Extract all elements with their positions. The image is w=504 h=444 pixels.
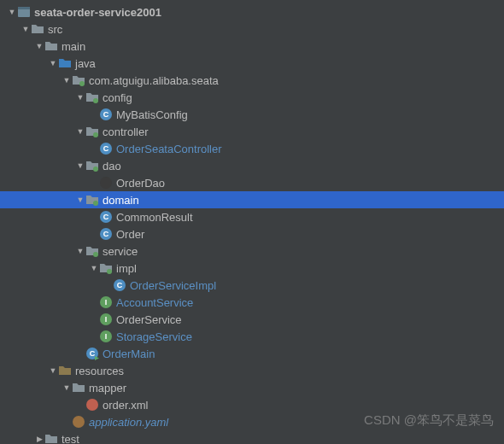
folder-icon [31,22,44,36]
package-icon [72,73,85,87]
folder-icon [44,39,58,53]
svg-point-3 [93,98,98,103]
tree-item-seata-order-service2001[interactable]: seata-order-service2001 [0,3,504,20]
runnable-icon: C [85,347,99,360]
svg-text:C: C [103,213,109,221]
tree-item-orderseatacontroller[interactable]: COrderSeataController [0,140,504,157]
svg-text:I: I [105,332,108,341]
tree-item-impl[interactable]: impl [0,260,504,277]
class-icon: C [113,278,126,292]
tree-item-config[interactable]: config [0,89,504,106]
svg-text:C: C [90,349,96,358]
csdn-watermark: CSDN @笨鸟不是菜鸟 [364,412,494,429]
folder-icon [72,381,85,394]
package-icon [99,261,113,275]
expand-arrow[interactable] [34,42,44,50]
project-tree: seata-order-service2001srcmainjavacom.at… [0,0,504,444]
class-icon: C [99,210,113,224]
expand-arrow[interactable] [62,383,72,392]
package-icon [85,125,99,138]
tree-item-ordermain[interactable]: COrderMain [0,345,504,362]
svg-text:C: C [103,230,109,238]
tree-label: seata-order-service2001 [34,6,161,19]
tree-label: main [62,40,85,53]
tree-label: order.xml [103,399,148,412]
expand-arrow[interactable] [75,127,85,136]
module-icon [17,5,31,19]
tree-item-resources[interactable]: resources [0,362,504,379]
svg-text:I: I [105,298,108,307]
class-icon: C [99,142,113,155]
expand-arrow[interactable] [75,247,85,255]
class-icon: C [99,227,113,241]
tree-label: Order [116,228,144,241]
tree-item-java[interactable]: java [0,55,504,72]
svg-text:C: C [103,144,109,153]
interface-dark-icon [99,176,113,190]
tree-label: controller [103,126,148,138]
tree-item-mapper[interactable]: mapper [0,379,504,396]
tree-label: application.yaml [89,416,168,429]
tree-label: AccountService [116,296,193,309]
tree-label: MyBatisConfig [116,108,188,121]
package-icon [85,193,99,207]
tree-label: OrderSeataController [116,143,222,155]
expand-arrow[interactable] [75,196,85,204]
src-folder-icon [58,56,72,70]
tree-item-test[interactable]: test [0,430,504,444]
tree-item-src[interactable]: src [0,20,504,38]
tree-label: StorageService [116,330,192,343]
tree-item-com-atguigu-alibaba-seata[interactable]: com.atguigu.alibaba.seata [0,72,504,89]
package-icon [85,244,99,258]
tree-item-orderserviceimpl[interactable]: COrderServiceImpl [0,277,504,294]
tree-item-main[interactable]: main [0,38,504,55]
svg-text:C: C [117,281,123,289]
tree-label: test [62,433,79,445]
tree-item-orderdao[interactable]: OrderDao [0,174,504,191]
svg-text:I: I [105,315,108,324]
tree-item-controller[interactable]: controller [0,123,504,140]
tree-item-accountservice[interactable]: IAccountService [0,294,504,311]
tree-label: dao [103,160,121,172]
tree-label: CommonResult [116,211,193,224]
tree-item-dao[interactable]: dao [0,157,504,174]
expand-arrow[interactable] [89,264,99,272]
tree-item-orderservice[interactable]: IOrderService [0,311,504,328]
xml-icon [85,398,99,412]
expand-arrow[interactable] [48,59,58,67]
svg-text:C: C [103,110,109,119]
tree-label: OrderMain [103,348,155,360]
tree-label: OrderService [116,313,182,326]
expand-arrow[interactable] [75,93,85,102]
expand-arrow[interactable] [62,76,72,85]
folder-icon [44,432,58,444]
svg-point-17 [107,269,112,274]
expand-arrow[interactable] [48,366,58,375]
tree-item-mybatisconfig[interactable]: CMyBatisConfig [0,106,504,123]
tree-label: java [75,57,96,70]
svg-point-16 [93,252,98,257]
tree-item-storageservice[interactable]: IStorageService [0,328,504,345]
svg-point-6 [93,132,98,137]
tree-label: impl [116,262,137,275]
expand-arrow[interactable] [7,8,17,16]
expand-arrow[interactable] [34,435,44,443]
tree-label: mapper [89,382,126,394]
tree-item-service[interactable]: service [0,242,504,260]
interface-icon: I [99,313,113,326]
svg-point-10 [100,177,112,189]
tree-label: src [48,23,62,36]
expand-arrow[interactable] [21,25,31,33]
interface-icon: I [99,295,113,309]
package-icon [85,91,99,104]
tree-item-order-xml[interactable]: order.xml [0,396,504,413]
expand-arrow[interactable] [75,161,85,170]
svg-point-2 [79,81,85,86]
tree-label: OrderDao [116,177,165,190]
res-folder-icon [58,364,72,377]
tree-item-commonresult[interactable]: CCommonResult [0,208,504,225]
tree-item-order[interactable]: COrder [0,225,504,242]
svg-point-29 [73,416,85,428]
tree-label: OrderServiceImpl [130,279,216,292]
tree-item-domain[interactable]: domain [0,191,504,208]
